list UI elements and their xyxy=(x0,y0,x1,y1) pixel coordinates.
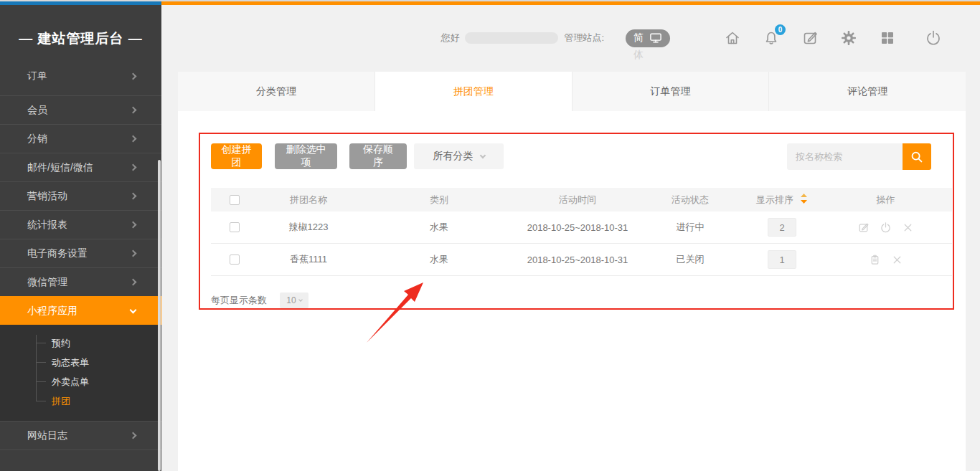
row-sort-cell: 1 xyxy=(745,250,819,269)
chevron-right-icon xyxy=(130,432,137,439)
chevron-down-icon xyxy=(130,306,137,313)
site-label: 管理站点: xyxy=(564,32,604,44)
sidebar-item-统计报表[interactable]: 统计报表 xyxy=(0,210,161,239)
sidebar-item-微信管理[interactable]: 微信管理 xyxy=(0,267,161,296)
row-name-text: 辣椒1223 xyxy=(289,221,329,234)
sidebar-item-会员[interactable]: 会员 xyxy=(0,95,161,124)
greeting-text: 您好 xyxy=(440,32,459,44)
table-row: 香蕉1111水果2018-10-25~2018-10-31已关闭1 xyxy=(211,244,952,276)
tab-订单管理[interactable]: 订单管理 xyxy=(573,72,770,111)
sidebar-menu: 订单会员分销邮件/短信/微信营销活动统计报表电子商务设置微信管理小程序应用预约动… xyxy=(0,72,161,471)
power-icon[interactable] xyxy=(879,220,893,234)
edit-icon[interactable] xyxy=(801,29,819,47)
category-filter-label: 所有分类 xyxy=(433,150,473,163)
chevron-right-icon xyxy=(130,279,137,286)
row-time-text: 2018-10-25~2018-10-31 xyxy=(527,222,628,233)
row-category: 水果 xyxy=(359,253,519,266)
sort-order-input[interactable]: 2 xyxy=(768,218,796,237)
category-filter-dropdown[interactable]: 所有分类 xyxy=(414,143,504,169)
table-header-类别: 类别 xyxy=(359,194,519,206)
bell-icon[interactable]: 0 xyxy=(762,29,781,47)
sidebar-item-小程序应用[interactable]: 小程序应用 xyxy=(0,296,161,325)
page-size-select[interactable]: 10 xyxy=(280,292,308,308)
sidebar-item-label: 会员 xyxy=(27,104,47,117)
chevron-down-icon xyxy=(298,298,303,302)
sidebar-item-label: 营销活动 xyxy=(27,190,67,203)
tab-拼团管理[interactable]: 拼团管理 xyxy=(375,72,573,111)
close-icon[interactable] xyxy=(890,252,904,267)
save-order-button[interactable]: 保存顺序 xyxy=(349,143,407,169)
row-category-text: 水果 xyxy=(430,221,448,234)
page: — 建站管理后台 — 订单会员分销邮件/短信/微信营销活动统计报表电子商务设置微… xyxy=(0,0,980,471)
row-category: 水果 xyxy=(359,221,519,234)
chevron-down-icon xyxy=(479,152,485,158)
close-icon[interactable] xyxy=(901,220,915,234)
sidebar-item-电子商务设置[interactable]: 电子商务设置 xyxy=(0,239,161,267)
create-group-button[interactable]: 创建拼团 xyxy=(211,143,262,169)
row-actions-cell xyxy=(819,220,952,234)
group-buy-table: 拼团名称类别活动时间活动状态显示排序操作辣椒1223水果2018-10-25~2… xyxy=(211,188,952,276)
search-icon xyxy=(909,149,925,165)
top-strip-orange xyxy=(161,1,980,5)
table-header-row: 拼团名称类别活动时间活动状态显示排序操作 xyxy=(211,188,952,211)
sidebar-item-邮件/短信/微信[interactable]: 邮件/短信/微信 xyxy=(0,153,161,181)
search-button[interactable] xyxy=(903,143,931,170)
language-toggle-label: 简 xyxy=(633,32,644,44)
sidebar-subitem-动态表单[interactable]: 动态表单 xyxy=(0,353,161,372)
sidebar-item-营销活动[interactable]: 营销活动 xyxy=(0,181,161,210)
sidebar-item-label: 邮件/短信/微信 xyxy=(27,161,93,174)
search-group xyxy=(787,143,931,170)
table-header-活动时间: 活动时间 xyxy=(519,194,636,206)
sidebar-subitem-外卖点单[interactable]: 外卖点单 xyxy=(0,372,161,391)
row-time: 2018-10-25~2018-10-31 xyxy=(519,222,636,233)
power-icon[interactable] xyxy=(924,29,943,47)
sort-order-input[interactable]: 1 xyxy=(768,250,796,269)
delete-selected-button[interactable]: 删除选中项 xyxy=(275,143,337,169)
column-header-label: 活动状态 xyxy=(672,194,709,206)
sidebar-item-label: 微信管理 xyxy=(27,276,67,289)
row-name-text: 香蕉1111 xyxy=(290,253,327,266)
sidebar-item-订单[interactable]: 订单 xyxy=(0,72,161,90)
chevron-right-icon xyxy=(130,72,137,80)
row-status-text: 已关闭 xyxy=(677,253,705,266)
home-icon[interactable] xyxy=(723,29,742,47)
sort-icon[interactable] xyxy=(800,194,808,206)
sidebar: — 建站管理后台 — 订单会员分销邮件/短信/微信营销活动统计报表电子商务设置微… xyxy=(0,5,161,471)
column-header-label: 拼团名称 xyxy=(290,194,327,206)
tab-分类管理[interactable]: 分类管理 xyxy=(178,72,375,111)
select-all-checkbox[interactable] xyxy=(230,195,240,205)
row-checkbox[interactable] xyxy=(230,222,240,232)
tab-bar: 分类管理拼团管理订单管理评论管理 xyxy=(178,72,966,111)
chevron-right-icon xyxy=(130,107,137,114)
gear-icon[interactable] xyxy=(839,29,858,47)
language-toggle[interactable]: 简 体 xyxy=(626,29,670,47)
sidebar-item-partial[interactable]: 订单 xyxy=(0,72,161,95)
sidebar-item-label: 网站日志 xyxy=(27,429,67,442)
sidebar-subitem-拼团[interactable]: 拼团 xyxy=(0,391,161,411)
tab-评论管理[interactable]: 评论管理 xyxy=(769,72,966,111)
chevron-right-icon xyxy=(130,164,137,171)
apps-grid-icon[interactable] xyxy=(878,29,897,47)
notification-badge: 0 xyxy=(775,24,786,35)
language-overflow-text: 体 xyxy=(633,49,644,62)
row-status-text: 进行中 xyxy=(677,221,705,234)
sidebar-item-网站日志[interactable]: 网站日志 xyxy=(0,421,161,449)
row-checkbox-cell xyxy=(211,222,258,232)
sidebar-item-分销[interactable]: 分销 xyxy=(0,124,161,153)
sidebar-title: — 建站管理后台 — xyxy=(0,29,161,48)
toolbar: 创建拼团 删除选中项 保存顺序 所有分类 xyxy=(211,143,952,170)
chevron-right-icon xyxy=(130,222,137,229)
sidebar-item-label: 分销 xyxy=(27,133,47,146)
edit-icon[interactable] xyxy=(857,220,871,234)
row-checkbox[interactable] xyxy=(230,254,240,265)
column-header-label: 类别 xyxy=(430,194,448,206)
top-header: 您好 管理站点: 简 体 0 xyxy=(161,20,980,56)
top-strip xyxy=(0,0,980,5)
search-input[interactable] xyxy=(787,143,903,170)
sidebar-scrollbar[interactable] xyxy=(158,160,161,471)
sidebar-subitem-预约[interactable]: 预约 xyxy=(0,333,161,353)
row-time-text: 2018-10-25~2018-10-31 xyxy=(527,254,628,265)
copy-icon[interactable] xyxy=(867,252,882,267)
sidebar-filler xyxy=(0,449,161,471)
table-header-活动状态: 活动状态 xyxy=(636,194,745,206)
